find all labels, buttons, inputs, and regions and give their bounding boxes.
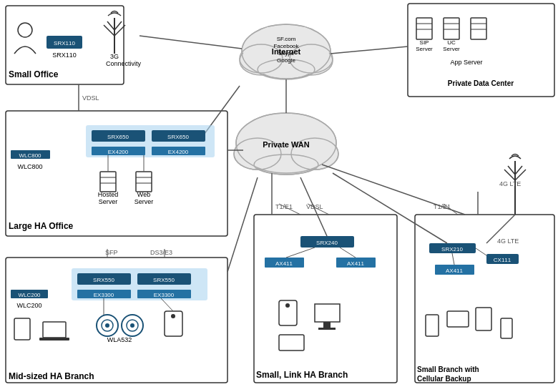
svg-rect-5	[408, 4, 554, 97]
svg-line-38	[227, 177, 258, 272]
svg-rect-67	[136, 172, 152, 192]
svg-rect-118	[447, 311, 469, 327]
svg-point-83	[97, 315, 118, 336]
svg-text:Internet: Internet	[272, 47, 301, 56]
svg-line-32	[200, 86, 240, 139]
svg-text:SRX240: SRX240	[316, 240, 338, 246]
svg-text:Mid-sized HA Branch: Mid-sized HA Branch	[9, 371, 94, 381]
svg-line-125	[515, 166, 522, 175]
svg-rect-117	[426, 315, 439, 336]
svg-text:SRX550: SRX550	[93, 277, 114, 283]
svg-text:DS3/E3: DS3/E3	[150, 249, 172, 256]
svg-rect-106	[318, 328, 336, 330]
svg-rect-56	[92, 130, 145, 142]
svg-rect-77	[137, 273, 191, 285]
svg-line-129	[486, 215, 515, 243]
svg-text:AX411: AX411	[275, 260, 293, 267]
svg-point-8	[290, 46, 333, 75]
svg-text:WLA532: WLA532	[107, 336, 132, 343]
svg-text:Server: Server	[134, 198, 154, 205]
svg-point-14	[242, 24, 331, 79]
svg-text:WLC800: WLC800	[19, 152, 41, 159]
svg-text:Private WAN: Private WAN	[263, 140, 309, 149]
svg-line-124	[508, 166, 515, 175]
svg-text:Google: Google	[277, 57, 295, 64]
svg-point-7	[240, 46, 283, 75]
svg-rect-1	[6, 111, 227, 236]
svg-text:CX111: CX111	[494, 257, 512, 263]
svg-line-122	[504, 170, 515, 180]
svg-point-22	[238, 114, 335, 172]
svg-text:Skype: Skype	[278, 50, 295, 57]
svg-text:SRX650: SRX650	[167, 134, 189, 140]
svg-point-16	[290, 44, 333, 73]
svg-rect-3	[254, 215, 397, 383]
svg-text:Facebook: Facebook	[273, 43, 299, 49]
svg-rect-102	[279, 300, 297, 325]
svg-point-90	[171, 314, 175, 318]
svg-text:Server: Server	[443, 46, 460, 52]
svg-rect-115	[435, 265, 474, 275]
svg-text:SFP: SFP	[105, 249, 118, 256]
svg-rect-74	[72, 268, 207, 300]
svg-point-84	[102, 320, 113, 331]
svg-text:EX3300: EX3300	[94, 292, 114, 298]
svg-rect-136	[471, 18, 486, 39]
svg-point-6	[242, 24, 331, 79]
svg-text:Small Office: Small Office	[9, 69, 59, 79]
svg-point-15	[240, 44, 283, 73]
svg-rect-58	[152, 130, 205, 142]
svg-text:T1/E1: T1/E1	[275, 203, 293, 210]
svg-text:Small Branch with: Small Branch with	[417, 366, 479, 373]
svg-line-30	[140, 36, 242, 49]
svg-text:UC: UC	[447, 39, 456, 46]
svg-text:Server: Server	[416, 46, 433, 52]
svg-point-23	[235, 139, 280, 168]
svg-rect-96	[300, 236, 354, 248]
svg-point-13	[260, 59, 312, 77]
svg-rect-107	[279, 335, 304, 351]
svg-rect-133	[444, 18, 459, 39]
svg-rect-79	[77, 290, 131, 298]
svg-point-25	[255, 153, 317, 173]
svg-rect-60	[92, 147, 145, 155]
svg-rect-72	[11, 290, 48, 298]
svg-text:VDSL: VDSL	[82, 94, 99, 102]
svg-text:4G LTE: 4G LTE	[499, 180, 521, 187]
svg-text:3G: 3G	[110, 53, 119, 60]
svg-text:VDSL: VDSL	[306, 203, 323, 210]
svg-text:Connectivity: Connectivity	[106, 60, 142, 67]
svg-line-36	[322, 165, 465, 215]
svg-point-26	[236, 113, 336, 173]
svg-text:AX411: AX411	[347, 260, 365, 267]
svg-rect-120	[501, 318, 512, 338]
svg-text:AX411: AX411	[446, 268, 464, 274]
svg-text:Cellular Backup: Cellular Backup	[417, 375, 471, 383]
svg-point-103	[285, 303, 290, 308]
svg-rect-130	[416, 18, 432, 39]
svg-rect-4	[415, 215, 554, 383]
svg-line-123	[515, 170, 526, 180]
svg-line-50	[114, 25, 125, 36]
svg-rect-113	[486, 254, 519, 264]
svg-rect-100	[336, 258, 376, 268]
svg-text:SRX110: SRX110	[54, 40, 75, 46]
svg-rect-98	[265, 258, 304, 268]
svg-rect-75	[77, 273, 131, 285]
svg-point-11	[241, 48, 281, 74]
svg-point-27	[234, 138, 281, 170]
svg-line-95	[161, 298, 173, 311]
svg-line-110	[300, 177, 327, 236]
svg-text:WLC800: WLC800	[17, 163, 42, 170]
svg-point-29	[254, 155, 318, 175]
svg-rect-81	[137, 290, 191, 298]
svg-text:Private Data Center: Private Data Center	[448, 79, 514, 87]
svg-text:SRX650: SRX650	[107, 134, 129, 140]
svg-text:SRX210: SRX210	[441, 246, 463, 253]
svg-text:SF.com: SF.com	[277, 36, 296, 42]
svg-point-21	[254, 152, 318, 175]
svg-point-24	[293, 139, 337, 168]
svg-line-42	[444, 204, 458, 215]
svg-line-34	[331, 46, 408, 54]
svg-rect-89	[165, 311, 182, 336]
